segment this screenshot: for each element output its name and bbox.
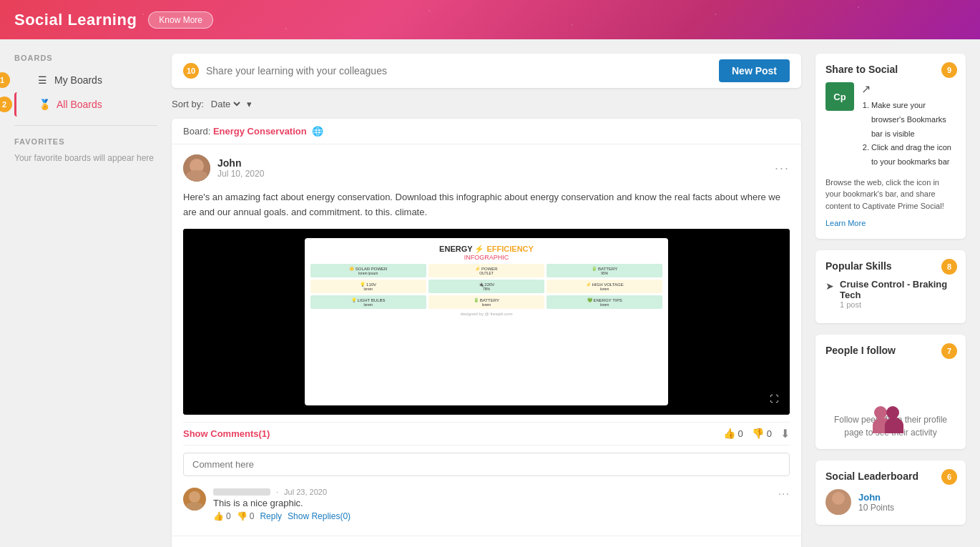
main-layout: BOARDS 1 ☰ My Boards 2 🏅 All Boards FAVO… — [0, 39, 980, 547]
person-icon-1 — [869, 363, 912, 406]
lb-user-points: 10 Points — [858, 503, 956, 513]
share-to-social-title: Share to Social — [825, 64, 956, 75]
know-more-button[interactable]: Know More — [148, 11, 213, 29]
favorites-section: FAVORITES Your favorite boards will appe… — [14, 137, 157, 164]
new-post-badge: 10 — [183, 63, 199, 79]
like-action[interactable]: 👍 0 — [723, 428, 743, 439]
comment-item: · Jul 23, 2020 This is a nice graphic. 👍… — [183, 483, 790, 526]
favorites-title: FAVORITES — [14, 137, 157, 146]
skill-info: Cruise Control - Braking Tech 1 post — [840, 279, 956, 309]
infographic-cell-8: 🔋 BATTERYlorem — [428, 295, 544, 309]
skill-name: Cruise Control - Braking Tech — [840, 279, 956, 300]
chevron-right-icon: › — [240, 545, 242, 547]
infographic-subtitle: INFOGRAPHIC — [464, 254, 509, 261]
infographic-cell-4: 💡 110Vlorem — [310, 280, 426, 293]
boards-section-title: BOARDS — [14, 54, 157, 62]
comment-avatar — [183, 488, 206, 511]
board-prefix: Board: — [183, 126, 210, 137]
popular-skills-title: Popular Skills — [825, 260, 956, 272]
show-replies-link[interactable]: Show Replies(0) — [288, 511, 351, 521]
comment-input[interactable] — [183, 453, 790, 476]
sidebar-item-my-boards[interactable]: 1 ☰ My Boards — [14, 68, 157, 92]
infographic-cell-7: 💡 LIGHT BULBSlorem — [310, 295, 426, 309]
favorites-empty-text: Your favorite boards will appear here — [14, 152, 157, 164]
dislike-action[interactable]: 👎 0 — [752, 428, 772, 439]
comment-date: Jul 23, 2020 — [284, 488, 327, 496]
post-options-button[interactable]: ··· — [775, 161, 790, 176]
board-globe-icon: 🌐 — [312, 126, 323, 137]
comment-thumbs-down-icon: 👎 — [237, 511, 248, 521]
post-meta: John Jul 10, 2020 — [217, 157, 768, 179]
comment-separator: · — [276, 488, 278, 496]
infographic-highlight: ⚡ EFFICIENCY — [474, 245, 533, 253]
sidebar-item-all-boards[interactable]: 2 🏅 All Boards — [14, 92, 157, 117]
comment-author-name — [213, 488, 270, 496]
sidebar-divider — [14, 125, 157, 126]
new-post-bar: 10 New Post — [172, 54, 801, 88]
all-boards-label: All Boards — [57, 99, 102, 110]
leaderboard-item: John 10 Points — [825, 489, 956, 515]
people-icons — [825, 363, 956, 406]
new-post-input[interactable] — [206, 65, 719, 77]
share-to-social-section: Share to Social 9 Cp ↗ Make sure your br… — [815, 54, 966, 239]
new-post-button[interactable]: New Post — [719, 59, 790, 82]
center-content: 10 New Post Sort by: Date ▾ Board: Energ… — [172, 54, 801, 547]
post-text: Here's an amazing fact about energy cons… — [183, 190, 790, 220]
lb-user-name[interactable]: John — [858, 492, 956, 503]
app-title: Social Learning — [14, 11, 137, 29]
comment-thumbs-up-icon: 👍 — [213, 511, 224, 521]
comment-actions: 👍 0 👎 0 Reply Show Replies(0) — [213, 511, 790, 521]
comment-dislike-count: 0 — [250, 511, 255, 521]
go-to-board-link[interactable]: Go to Board › — [172, 536, 801, 547]
reply-link[interactable]: Reply — [260, 511, 282, 521]
comment-input-row — [183, 453, 790, 483]
avatar-face — [183, 154, 210, 182]
share-steps-list: Make sure your browser's Bookmarks bar i… — [861, 99, 956, 169]
right-sidebar: Share to Social 9 Cp ↗ Make sure your br… — [815, 54, 966, 547]
learn-more-link[interactable]: Learn More — [825, 219, 866, 227]
infographic-cell-2: ⚡ POWEROUTLET — [428, 264, 544, 277]
infographic-inner: ENERGY ⚡ EFFICIENCY INFOGRAPHIC ☀️ SOLAR… — [305, 238, 669, 405]
infographic-cell-6: ⚡ HIGH VOLTAGElorem — [547, 280, 662, 293]
show-comments-link[interactable]: Show Comments(1) — [183, 428, 715, 439]
sort-chevron-icon: ▾ — [247, 99, 252, 109]
all-boards-badge: 2 — [0, 97, 12, 112]
post-author-row: John Jul 10, 2020 ··· — [183, 154, 790, 182]
infographic-cell-1: ☀️ SOLAR POWERlorem ipsum — [310, 264, 426, 277]
infographic-grid: ☀️ SOLAR POWERlorem ipsum ⚡ POWEROUTLET … — [310, 264, 663, 309]
skill-item: ➤ Cruise Control - Braking Tech 1 post — [825, 279, 956, 309]
board-name-link[interactable]: Energy Conservation — [213, 126, 307, 137]
download-icon[interactable]: ⬇ — [780, 427, 790, 440]
comment-like-group[interactable]: 👍 0 — [213, 511, 231, 521]
people-i-follow-title: People I follow — [825, 345, 956, 356]
comment-dislike-group[interactable]: 👎 0 — [237, 511, 255, 521]
thumbs-down-icon: 👎 — [752, 428, 764, 439]
people-i-follow-section: People I follow 7 Follow pe — [815, 335, 966, 449]
thumbs-up-icon: 👍 — [723, 428, 735, 439]
comment-content: · Jul 23, 2020 This is a nice graphic. 👍… — [213, 488, 790, 521]
infographic-cell-3: 🔋 BATTERY95% — [547, 264, 662, 277]
header-decoration — [0, 0, 980, 39]
sort-select[interactable]: Date — [208, 98, 242, 110]
infographic-container: ENERGY ⚡ EFFICIENCY INFOGRAPHIC ☀️ SOLAR… — [183, 229, 790, 415]
comment-text: This is a nice graphic. — [213, 498, 790, 508]
sort-label: Sort by: — [172, 99, 204, 109]
comment-options-button[interactable]: ··· — [778, 488, 790, 501]
share-steps: ↗ Make sure your browser's Bookmarks bar… — [861, 82, 956, 169]
fullscreen-icon[interactable]: ⛶ — [765, 390, 783, 408]
lb-info: John 10 Points — [858, 492, 956, 513]
infographic-cell-5: 🔌 220V78% — [428, 280, 544, 293]
dislike-count: 0 — [767, 428, 772, 439]
all-boards-icon: 🏅 — [38, 98, 51, 111]
go-to-board-label: Go to Board — [183, 545, 237, 547]
share-step-2: Click and drag the icon to your bookmark… — [871, 141, 956, 169]
post-author-name: John — [217, 157, 768, 169]
skill-send-icon: ➤ — [825, 280, 834, 292]
popular-skills-badge: 8 — [941, 259, 957, 275]
share-icon-row: Cp ↗ Make sure your browser's Bookmarks … — [825, 82, 956, 169]
infographic-attribution: designed by @ freepik.com — [461, 312, 513, 316]
comment-like-count: 0 — [226, 511, 231, 521]
share-to-social-badge: 9 — [941, 62, 957, 78]
arrow-icon-container: ↗ — [861, 82, 956, 96]
my-boards-label: My Boards — [54, 74, 102, 86]
